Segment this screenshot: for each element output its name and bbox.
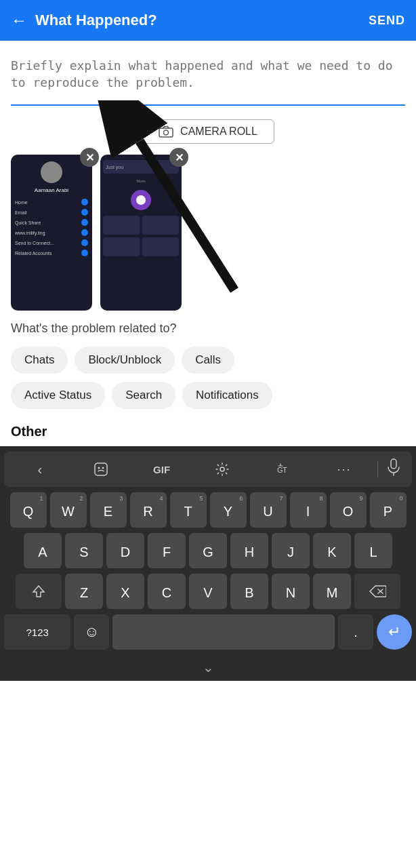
sticker-icon (93, 461, 109, 477)
tag-other[interactable]: Other (11, 417, 47, 446)
delete-icon (369, 585, 386, 598)
shift-icon (30, 583, 47, 599)
problem-section: What's the problem related to? Chats Blo… (0, 321, 416, 446)
emoji-key[interactable]: ☺ (74, 614, 109, 650)
key-h[interactable]: H (230, 533, 268, 568)
key-a[interactable]: A (24, 533, 62, 568)
mic-button[interactable] (381, 456, 407, 483)
keyboard-bottom-row: ?123 ☺ . ↵ (4, 614, 412, 650)
keyboard-row-3: Z X C V B N M (4, 574, 412, 609)
period-key[interactable]: . (338, 614, 373, 650)
key-i[interactable]: 8I (290, 492, 327, 528)
tag-chats[interactable]: Chats (11, 347, 68, 374)
key-t[interactable]: 5T (170, 492, 207, 528)
svg-point-7 (220, 467, 224, 471)
key-b[interactable]: B (230, 574, 268, 609)
svg-rect-10 (391, 459, 396, 469)
svg-text:T: T (283, 466, 287, 474)
screenshots-row: ✕ Aamaan Arabi Home Email Quick Share ww… (11, 155, 405, 311)
tags-row-1: Chats Block/Unblock Calls (11, 347, 405, 374)
translate-icon: G T (275, 461, 291, 477)
tag-block-unblock[interactable]: Block/Unblock (75, 347, 175, 374)
gear-icon (215, 462, 230, 477)
camera-roll-button[interactable]: CAMERA ROLL (142, 119, 274, 144)
key-e[interactable]: 3E (90, 492, 127, 528)
page-title: What Happened? (35, 12, 369, 29)
tag-search[interactable]: Search (112, 382, 175, 409)
keyboard-collapse-button[interactable]: ⌄ (203, 659, 214, 675)
key-l[interactable]: L (354, 533, 392, 568)
screenshot-1-thumb: Aamaan Arabi Home Email Quick Share www.… (11, 155, 92, 311)
key-c[interactable]: C (148, 574, 186, 609)
key-q[interactable]: 1Q (10, 492, 47, 528)
key-d[interactable]: D (106, 533, 144, 568)
key-x[interactable]: X (106, 574, 144, 609)
description-input[interactable] (11, 52, 405, 106)
translate-button[interactable]: G T (253, 458, 314, 480)
key-k[interactable]: K (313, 533, 351, 568)
tags-row-2: Active Status Search Notifications (11, 382, 405, 409)
key-z[interactable]: Z (65, 574, 103, 609)
keyboard-back-button[interactable]: ‹ (9, 459, 70, 480)
gif-button[interactable]: GIF (131, 461, 192, 478)
keyboard: ‹ GIF G T ··· (0, 446, 416, 681)
key-s[interactable]: S (65, 533, 103, 568)
more-label: ··· (337, 462, 352, 477)
header: ← What Happened? SEND (0, 0, 416, 41)
svg-rect-0 (159, 128, 173, 137)
keyboard-row-1: 1Q 2W 3E 4R 5T 6Y 7U 8I 9O 0P (4, 492, 412, 528)
problem-label: What's the problem related to? (11, 321, 405, 336)
mic-icon (386, 458, 401, 476)
key-m[interactable]: M (313, 574, 351, 609)
camera-roll-container: CAMERA ROLL (11, 119, 405, 144)
key-w[interactable]: 2W (50, 492, 87, 528)
key-y[interactable]: 6Y (210, 492, 247, 528)
more-button[interactable]: ··· (314, 460, 375, 479)
content-area: CAMERA ROLL ✕ Aamaan Arabi Home Email (0, 41, 416, 311)
screenshot-1-wrapper: ✕ Aamaan Arabi Home Email Quick Share ww… (11, 155, 92, 311)
svg-point-6 (102, 467, 104, 469)
svg-point-5 (98, 467, 100, 469)
sym-key[interactable]: ?123 (4, 614, 70, 650)
key-u[interactable]: 7U (250, 492, 287, 528)
tag-calls[interactable]: Calls (182, 347, 234, 374)
keyboard-toolbar: ‹ GIF G T ··· (4, 452, 412, 487)
key-g[interactable]: G (189, 533, 227, 568)
enter-key[interactable]: ↵ (377, 614, 412, 650)
gif-label: GIF (153, 464, 170, 475)
key-p[interactable]: 0P (370, 492, 407, 528)
send-button[interactable]: SEND (369, 14, 405, 28)
tag-active-status[interactable]: Active Status (11, 382, 105, 409)
key-v[interactable]: V (189, 574, 227, 609)
svg-point-1 (164, 130, 169, 135)
key-f[interactable]: F (148, 533, 186, 568)
tag-notifications[interactable]: Notifications (182, 382, 272, 409)
key-o[interactable]: 9O (330, 492, 367, 528)
sticker-button[interactable] (70, 458, 131, 480)
svg-rect-4 (95, 463, 107, 475)
keyboard-row-2: A S D F G H J K L (4, 533, 412, 568)
screenshot-2-wrapper: ✕ Just you More (100, 155, 182, 311)
key-r[interactable]: 4R (130, 492, 167, 528)
toolbar-divider (377, 461, 378, 477)
key-j[interactable]: J (272, 533, 310, 568)
settings-button[interactable] (192, 459, 253, 479)
space-key[interactable] (112, 614, 335, 650)
shift-key[interactable] (16, 574, 62, 609)
keyboard-chevron-row: ⌄ (4, 655, 412, 681)
back-button[interactable]: ← (11, 11, 27, 30)
remove-screenshot-1-button[interactable]: ✕ (80, 148, 99, 167)
camera-roll-label: CAMERA ROLL (180, 125, 257, 138)
delete-key[interactable] (354, 574, 400, 609)
key-n[interactable]: N (272, 574, 310, 609)
camera-icon (159, 125, 173, 138)
screenshot-2-thumb: Just you More (100, 155, 182, 311)
remove-screenshot-2-button[interactable]: ✕ (169, 148, 188, 167)
